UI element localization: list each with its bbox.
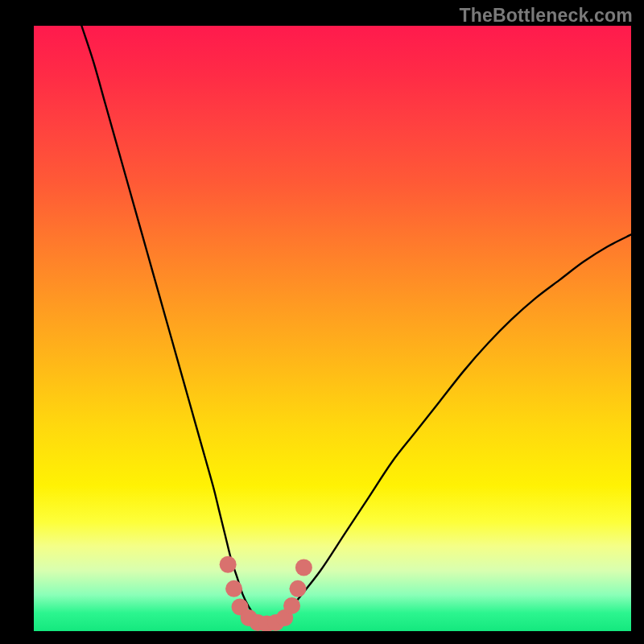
highlight-dot [220, 556, 237, 573]
highlight-dot [295, 559, 312, 576]
highlight-dot [283, 597, 300, 614]
highlight-dot [225, 580, 242, 597]
bottleneck-curve [81, 26, 631, 625]
chart-svg [34, 26, 631, 631]
chart-frame: TheBottleneck.com [0, 0, 644, 644]
highlight-dot [289, 580, 306, 597]
highlight-dots [220, 556, 312, 631]
plot-area [34, 26, 631, 631]
watermark-text: TheBottleneck.com [459, 5, 633, 27]
